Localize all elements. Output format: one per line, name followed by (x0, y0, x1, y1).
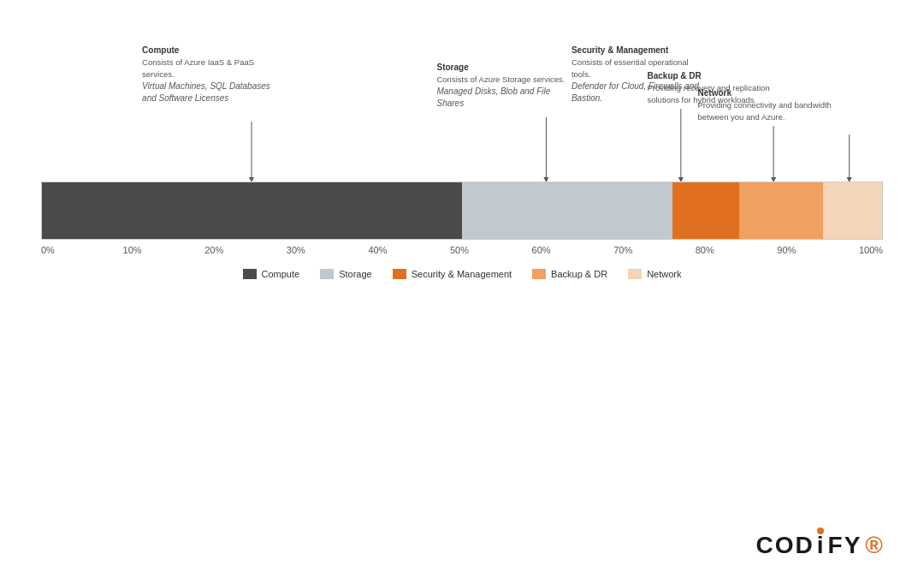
annotation-title-backup: Backup & DR (647, 70, 784, 82)
legend-label: Storage (339, 269, 372, 279)
legend-item-compute: Compute (243, 269, 300, 279)
annotation-network: Network Providing connectivity and bandw… (698, 87, 835, 123)
bar-wrapper (41, 182, 883, 240)
chart-area: Compute Consists of Azure IaaS & PaaS se… (41, 45, 883, 279)
annotation-body-network: Providing connectivity and bandwidth bet… (698, 100, 832, 122)
legend-label: Security & Management (412, 269, 512, 279)
annotation-italic-compute: Virtual Machines, SQL Databases and Soft… (142, 80, 279, 104)
bar-segment-network (823, 182, 882, 239)
x-tick-6: 60% (532, 245, 614, 255)
codify-logo: COD i FY ® (756, 532, 883, 559)
legend-item-backup-&-dr: Backup & DR (532, 269, 607, 279)
x-tick-3: 30% (287, 245, 369, 255)
legend-item-security-&-management: Security & Management (393, 269, 512, 279)
legend-label: Compute (262, 269, 300, 279)
annotation-title-storage: Storage (436, 62, 573, 74)
logo-text: COD (756, 532, 814, 559)
legend: ComputeStorageSecurity & ManagementBacku… (41, 269, 883, 279)
legend-label: Backup & DR (551, 269, 607, 279)
annotation-compute: Compute Consists of Azure IaaS & PaaS se… (142, 45, 279, 104)
x-tick-5: 50% (450, 245, 532, 255)
legend-swatch (243, 269, 257, 279)
logo-i-text: i (817, 532, 826, 559)
x-axis: 0%10%20%30%40%50%60%70%80%90%100% (41, 245, 883, 255)
x-tick-0: 0% (41, 245, 123, 255)
bar-track (41, 182, 883, 240)
annotation-italic-storage: Managed Disks, Blob and File Shares (436, 86, 573, 110)
x-tick-10: 100% (859, 245, 883, 255)
annotation-title-network: Network (698, 87, 835, 99)
bar-segment-storage (462, 182, 672, 239)
annotation-title-compute: Compute (142, 45, 279, 57)
annotation-storage: Storage Consists of Azure Storage servic… (436, 62, 573, 110)
annotation-body-storage: Consists of Azure Storage services. (436, 74, 565, 84)
legend-item-storage: Storage (320, 269, 372, 279)
x-tick-9: 90% (777, 245, 859, 255)
x-tick-8: 80% (696, 245, 778, 255)
bar-segment-backup (739, 182, 823, 239)
x-tick-7: 70% (613, 245, 696, 255)
legend-swatch (532, 269, 546, 279)
x-tick-1: 10% (123, 245, 205, 255)
legend-swatch (320, 269, 334, 279)
legend-swatch (628, 269, 642, 279)
bar-segment-security (672, 182, 740, 239)
legend-label: Network (647, 269, 681, 279)
bar-segment-compute (42, 182, 462, 239)
annotation-body-compute: Consists of Azure IaaS & PaaS services. (142, 57, 254, 79)
x-tick-4: 40% (368, 245, 450, 255)
logo-dot (817, 527, 824, 534)
legend-swatch (393, 269, 406, 279)
annotation-title-security: Security & Management (572, 45, 708, 57)
legend-item-network: Network (628, 269, 681, 279)
logo-fy-text: FY (828, 532, 862, 559)
logo-trademark: ® (865, 532, 883, 559)
annotations-container: Compute Consists of Azure IaaS & PaaS se… (41, 45, 883, 182)
x-tick-2: 20% (204, 245, 287, 255)
page-container: Compute Consists of Azure IaaS & PaaS se… (0, 0, 924, 578)
